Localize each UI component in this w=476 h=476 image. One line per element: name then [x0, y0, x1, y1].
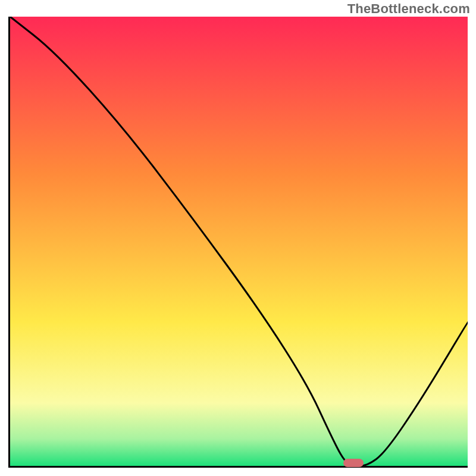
watermark-text: TheBottleneck.com [347, 1, 470, 17]
chart-axes-frame [8, 17, 468, 468]
minimum-marker [343, 459, 364, 467]
